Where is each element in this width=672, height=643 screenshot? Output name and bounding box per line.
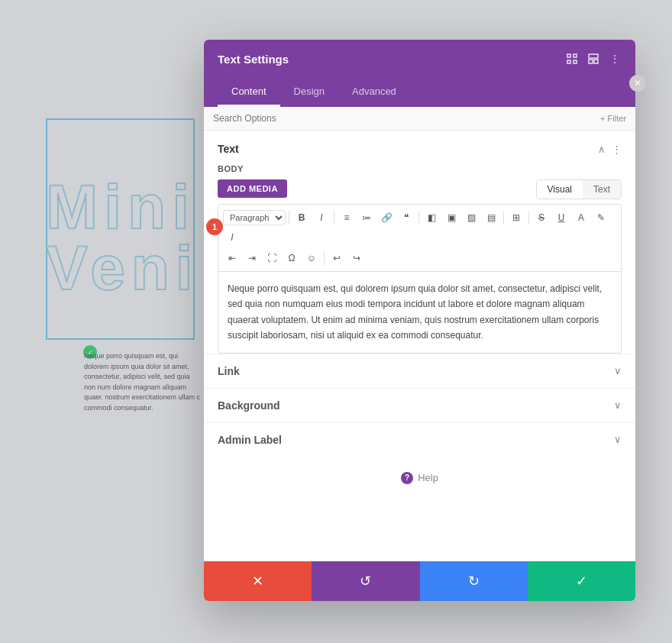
body-label: Body <box>218 164 622 173</box>
admin-label-chevron: ∨ <box>614 434 622 445</box>
search-bar: + Filter <box>204 107 635 131</box>
text-section: Text ∧ ⋮ Body ADD MEDIA Visual Text <box>204 131 635 354</box>
toolbar-sep-6 <box>324 251 325 265</box>
strikethrough-button[interactable]: S <box>532 208 551 227</box>
fullscreen-icon[interactable] <box>565 52 579 66</box>
table-button[interactable]: ⊞ <box>507 208 525 227</box>
indent-left-button[interactable]: ⇤ <box>223 249 241 267</box>
text-section-header: Text ∧ ⋮ <box>218 143 622 155</box>
link-button[interactable]: 🔗 <box>377 208 396 227</box>
help-section: ? Help <box>204 457 635 499</box>
badge-number: 1 <box>206 218 223 235</box>
indent-right-button[interactable]: ⇥ <box>243 249 261 267</box>
tab-bar: Content Design Advanced <box>204 78 635 107</box>
text-section-title: Text <box>218 143 239 155</box>
toolbar-row-1: Paragraph B I ≡ ≔ 🔗 ❝ ◧ ▣ ▨ ▤ ⊞ <box>223 208 616 247</box>
save-button[interactable]: ✓ <box>528 561 635 601</box>
filter-button[interactable]: + Filter <box>600 114 626 123</box>
toolbar-sep-2 <box>334 211 334 225</box>
bold-button[interactable]: B <box>292 208 311 227</box>
editor-toolbar: Paragraph B I ≡ ≔ 🔗 ❝ ◧ ▣ ▨ ▤ ⊞ <box>218 204 622 272</box>
background-section[interactable]: Background ∨ <box>204 388 635 422</box>
view-visual-button[interactable]: Visual <box>537 180 583 199</box>
modal-footer: ✕ ↺ ↻ ✓ <box>204 561 635 601</box>
toolbar-sep-1 <box>289 211 289 225</box>
svg-rect-3 <box>573 60 577 63</box>
tab-content[interactable]: Content <box>218 78 280 107</box>
highlight-button[interactable]: ✎ <box>592 208 610 227</box>
svg-rect-6 <box>594 60 598 63</box>
svg-rect-4 <box>589 54 598 58</box>
align-center-button[interactable]: ▣ <box>442 208 460 227</box>
svg-rect-2 <box>567 60 570 63</box>
toolbar-row-2: ⇤ ⇥ ⛶ Ω ☺ ↩ ↪ <box>223 249 616 267</box>
align-left-button[interactable]: ◧ <box>422 208 441 227</box>
search-input[interactable] <box>213 113 600 124</box>
ordered-list-button[interactable]: ≔ <box>357 208 376 227</box>
blockquote-button[interactable]: ❝ <box>397 208 415 227</box>
format-clear-button[interactable]: I <box>223 228 241 247</box>
svg-rect-1 <box>573 54 577 57</box>
link-chevron: ∨ <box>614 365 622 376</box>
reset-button[interactable]: ↺ <box>312 561 419 601</box>
align-right-button[interactable]: ▨ <box>462 208 480 227</box>
underline-button[interactable]: U <box>552 208 570 227</box>
editor-content[interactable]: Neque porro quisquam est, qui dolorem ip… <box>218 272 622 354</box>
admin-label-title: Admin Label <box>218 434 282 446</box>
modal-title: Text Settings <box>218 53 289 66</box>
link-section[interactable]: Link ∨ <box>204 354 635 388</box>
emoji-button[interactable]: ☺ <box>302 249 321 267</box>
text-color-button[interactable]: A <box>572 208 590 227</box>
view-text-button[interactable]: Text <box>583 180 621 199</box>
modal-panel: Text Settings ⋮ Content D <box>204 40 635 601</box>
redo-toolbar-button[interactable]: ↪ <box>347 249 366 267</box>
background-title: Background <box>218 399 280 412</box>
tab-design[interactable]: Design <box>280 78 338 107</box>
modal-body: Text ∧ ⋮ Body ADD MEDIA Visual Text <box>204 131 635 561</box>
background-chevron: ∨ <box>614 399 622 411</box>
modal-header: Text Settings ⋮ <box>204 40 635 78</box>
redo-button[interactable]: ↻ <box>420 561 528 601</box>
svg-rect-0 <box>567 54 570 57</box>
tab-advanced[interactable]: Advanced <box>338 78 410 107</box>
more-icon[interactable]: ⋮ <box>608 52 622 66</box>
fullscreen-editor-button[interactable]: ⛶ <box>263 249 281 267</box>
text-collapse-chevron[interactable]: ∧ <box>598 144 606 155</box>
link-title: Link <box>218 365 240 377</box>
layout-icon[interactable] <box>586 52 600 66</box>
modal-close-edge[interactable]: ✕ <box>629 75 646 92</box>
help-icon[interactable]: ? <box>401 472 413 484</box>
justify-button[interactable]: ▤ <box>482 208 500 227</box>
undo-button[interactable]: ↩ <box>328 249 346 267</box>
text-section-more[interactable]: ⋮ <box>612 144 622 155</box>
paragraph-select[interactable]: Paragraph <box>223 210 286 225</box>
cancel-button[interactable]: ✕ <box>204 561 312 601</box>
toolbar-sep-4 <box>503 211 504 225</box>
italic-button[interactable]: I <box>312 208 331 227</box>
toolbar-sep-5 <box>528 211 529 225</box>
toolbar-sep-3 <box>418 211 419 225</box>
add-media-button[interactable]: ADD MEDIA <box>218 179 287 198</box>
text-section-icons: ∧ ⋮ <box>598 144 622 155</box>
unordered-list-button[interactable]: ≡ <box>338 208 356 227</box>
special-char-button[interactable]: Ω <box>283 249 301 267</box>
help-label[interactable]: Help <box>418 472 438 483</box>
admin-label-section[interactable]: Admin Label ∨ <box>204 422 635 457</box>
view-toggle: Visual Text <box>536 179 622 199</box>
modal-header-icons: ⋮ <box>565 52 622 66</box>
svg-rect-5 <box>589 60 593 63</box>
